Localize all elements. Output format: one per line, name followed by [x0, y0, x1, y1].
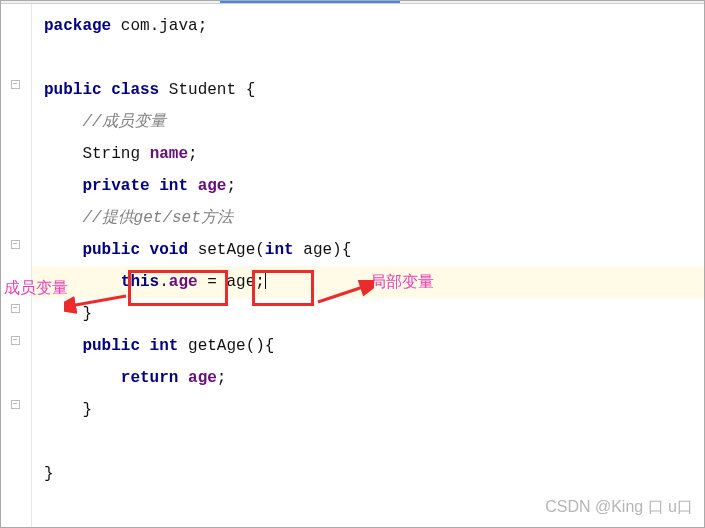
fold-icon[interactable]: −: [11, 400, 20, 409]
fold-icon[interactable]: −: [11, 304, 20, 313]
code-line: public int getAge(){: [32, 330, 705, 362]
code-line: private int age;: [32, 170, 705, 202]
annotation-local-variable: 局部变量: [370, 272, 434, 293]
fold-icon[interactable]: −: [11, 240, 20, 249]
code-line: [32, 42, 705, 74]
code-line: return age;: [32, 362, 705, 394]
gutter: − − − − −: [0, 4, 32, 528]
code-line: public class Student {: [32, 74, 705, 106]
editor: − − − − − package com.java; public class…: [0, 4, 705, 528]
code-line: public void setAge(int age){: [32, 234, 705, 266]
code-line: //提供get/set方法: [32, 202, 705, 234]
watermark: CSDN @King 口 u口: [545, 497, 693, 518]
fold-icon[interactable]: −: [11, 80, 20, 89]
code-line: [32, 426, 705, 458]
code-line: }: [32, 394, 705, 426]
active-tab-indicator: [220, 0, 400, 3]
code-line: String name;: [32, 138, 705, 170]
code-line: }: [32, 298, 705, 330]
fold-icon[interactable]: −: [11, 336, 20, 345]
text-cursor: [265, 271, 266, 289]
annotation-member-variable: 成员变量: [4, 278, 68, 299]
code-area[interactable]: package com.java; public class Student {…: [32, 4, 705, 528]
code-line: }: [32, 458, 705, 490]
code-line: package com.java;: [32, 10, 705, 42]
code-line-highlight: this.age = age;: [32, 266, 705, 298]
code-line: //成员变量: [32, 106, 705, 138]
